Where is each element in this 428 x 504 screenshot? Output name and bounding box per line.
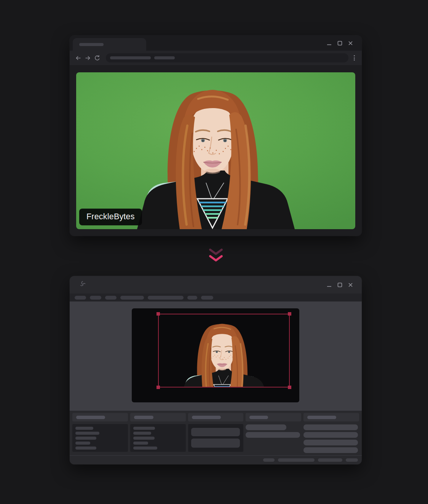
panel-title-placeholder [76,416,105,419]
menu-item-placeholder[interactable] [148,296,184,300]
webcam-person-greenscreen [76,72,355,229]
button-placeholder[interactable] [246,432,300,438]
list-item-placeholder[interactable] [133,432,151,435]
panel-title-placeholder [249,416,268,419]
menu-item-placeholder[interactable] [120,296,144,300]
status-placeholder [278,458,315,462]
address-bar[interactable] [106,53,348,62]
list-item-placeholder[interactable] [133,447,157,450]
preview-canvas-area[interactable] [70,301,362,411]
panel-list [130,424,186,452]
browser-navbar [70,51,362,65]
button-placeholder[interactable] [246,424,286,430]
stream-label: FreckleBytes [79,209,142,225]
browser-tab-strip [70,35,362,51]
video-preview[interactable] [132,308,299,402]
list-item-placeholder[interactable] [75,432,99,435]
selection-handle-bottom-right[interactable] [288,386,291,389]
forward-arrow-icon [85,55,91,61]
button-placeholder[interactable] [303,424,358,430]
keyed-video-content [159,314,289,387]
panel-mixer [188,413,244,453]
forward-button[interactable] [85,55,91,61]
close-button[interactable] [348,282,353,287]
editor-title-bar [70,276,362,293]
reload-icon [94,55,101,61]
button-placeholder[interactable] [303,432,358,438]
list-item-placeholder[interactable] [133,427,155,430]
list-item-placeholder[interactable] [75,427,93,430]
status-bar [70,455,362,464]
url-placeholder [154,56,175,59]
minimize-button[interactable] [327,282,332,287]
status-placeholder [263,458,275,462]
browser-tab[interactable] [73,38,146,51]
panel-header [188,413,244,421]
minimize-button[interactable] [327,41,332,46]
list-item-placeholder[interactable] [133,437,155,440]
mixer-body [188,424,244,452]
swirl-logo-icon [79,281,86,289]
panel-header [72,413,128,421]
panel-title-placeholder [134,416,153,419]
list-item-placeholder[interactable] [75,437,96,440]
webcam-video: FreckleBytes [76,72,355,229]
kebab-menu-icon [354,55,355,56]
button-placeholder[interactable] [303,440,358,445]
keyed-person [159,314,289,387]
selection-handle-top-right[interactable] [288,312,291,316]
dock-panels [70,411,362,453]
panel-controls [303,413,359,453]
close-button[interactable] [348,41,353,46]
panel-transitions [246,413,301,453]
source-selection-box[interactable] [158,314,290,388]
mixer-meter-placeholder[interactable] [191,428,240,436]
back-arrow-icon [75,55,81,61]
browser-window-controls [327,35,353,51]
menu-item-placeholder[interactable] [187,296,197,300]
tab-title-placeholder [79,43,104,46]
panel-buttons [246,424,301,438]
browser-content: FreckleBytes [70,65,362,236]
panel-header [246,413,301,421]
page-background: FreckleBytes [0,0,428,504]
editor-window [70,276,362,464]
list-item-placeholder[interactable] [133,442,148,445]
panel-header [130,413,186,421]
browser-window: FreckleBytes [70,35,362,236]
selection-handle-bottom-left[interactable] [157,386,160,389]
menu-item-placeholder[interactable] [105,296,117,300]
editor-window-controls [327,282,353,287]
panel-title-placeholder [192,416,221,419]
mixer-meter-placeholder[interactable] [191,439,240,448]
maximize-button[interactable] [337,41,342,46]
maximize-button[interactable] [337,282,342,287]
status-placeholder [346,458,358,462]
list-item-placeholder[interactable] [75,442,90,445]
url-placeholder [110,56,151,59]
menu-bar [70,293,362,301]
browser-menu-button[interactable] [351,55,357,61]
back-button[interactable] [75,55,81,61]
reload-button[interactable] [94,55,101,61]
panel-list [72,424,128,452]
selection-handle-top-left[interactable] [157,312,160,316]
double-chevron-down-icon [209,248,223,263]
panel-sources [130,413,186,453]
panel-scenes [72,413,128,453]
panel-title-placeholder [307,416,336,419]
panel-buttons [303,424,359,453]
menu-item-placeholder[interactable] [75,296,86,300]
list-item-placeholder[interactable] [75,447,96,450]
menu-item-placeholder[interactable] [90,296,101,300]
panel-header [303,413,359,421]
status-placeholder [318,458,342,462]
button-placeholder[interactable] [303,447,358,453]
menu-item-placeholder[interactable] [201,296,213,300]
